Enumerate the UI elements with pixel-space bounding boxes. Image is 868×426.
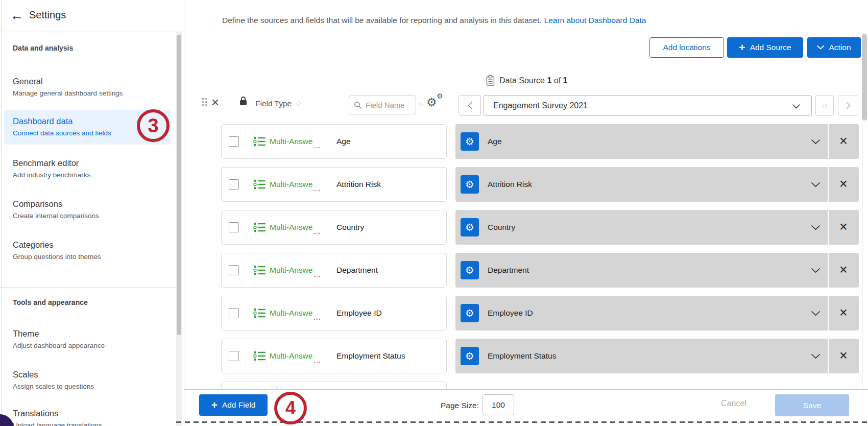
mapped-field-name: Department: [488, 266, 529, 275]
sort-field-type-icon[interactable]: ◇: [296, 99, 301, 107]
page-size-input[interactable]: [483, 394, 514, 415]
window-left-edge: [1, 0, 2, 426]
back-arrow-icon[interactable]: ←: [10, 8, 23, 23]
chevron-down-icon[interactable]: [811, 182, 820, 187]
drag-handle-icon[interactable]: [202, 98, 204, 100]
remove-field-icon[interactable]: ×: [837, 305, 850, 320]
section-heading-data-and-analysis: Data and analysis: [13, 44, 156, 52]
source-sort-button[interactable]: ◇: [815, 95, 834, 116]
clear-selection-icon[interactable]: ×: [211, 95, 219, 109]
page-size-label: Page Size:: [434, 401, 479, 410]
mapped-field-bar[interactable]: ⚙ Age ×: [455, 124, 859, 159]
field-type-ellipsis: ...: [313, 227, 321, 235]
field-type-label: Multi-Answe: [270, 309, 312, 318]
field-settings-gear-icon[interactable]: ⚙: [426, 96, 437, 109]
field-checkbox[interactable]: [229, 136, 239, 147]
remove-field-icon[interactable]: ×: [837, 262, 850, 277]
data-source-label: Data Source: [499, 76, 545, 85]
field-row-card[interactable]: Multi-Answe ... Employee ID: [221, 296, 447, 330]
sidebar-scrollbar-thumb[interactable]: [177, 35, 181, 335]
bar-divider: [828, 339, 829, 373]
field-checkbox[interactable]: [229, 265, 239, 275]
field-type-ellipsis: ...: [313, 270, 321, 278]
action-dropdown-button[interactable]: Action: [807, 37, 861, 58]
learn-about-dashboard-data-link[interactable]: Learn about Dashboard Data: [544, 16, 646, 25]
field-gear-button[interactable]: ⚙: [461, 261, 479, 279]
chevron-down-icon[interactable]: [811, 354, 820, 359]
chevron-down-icon[interactable]: [811, 311, 820, 316]
mapped-field-bar[interactable]: ⚙ Department ×: [455, 253, 859, 288]
column-header-field-type[interactable]: Field Type: [255, 99, 292, 108]
field-checkbox[interactable]: [229, 222, 239, 232]
cancel-button[interactable]: Cancel: [716, 399, 752, 408]
page-description: Define the sources and fields that will …: [222, 16, 646, 25]
sidebar-item-comparisons[interactable]: Comparisons Create internal comparisons: [4, 193, 171, 227]
chevron-down-icon[interactable]: [811, 268, 820, 273]
next-source-button[interactable]: [838, 95, 858, 116]
field-gear-button[interactable]: ⚙: [461, 218, 479, 236]
sidebar-item-benchmark-editor[interactable]: Benchmark editor Add industry benchmarks: [4, 152, 171, 186]
previous-source-button[interactable]: [459, 95, 481, 116]
add-locations-button[interactable]: Add locations: [649, 37, 724, 58]
add-source-button[interactable]: + Add Source: [727, 37, 803, 58]
sidebar-item-categories[interactable]: Categories Group questions into themes: [4, 233, 171, 268]
diamond-icon: ◇: [822, 102, 827, 109]
bar-divider: [828, 296, 829, 330]
sidebar-item-scales[interactable]: Scales Assign scales to questions: [4, 363, 171, 398]
field-gear-button[interactable]: ⚙: [461, 304, 479, 322]
action-label: Action: [829, 43, 851, 52]
field-checkbox[interactable]: [229, 351, 239, 361]
remove-field-icon[interactable]: ×: [837, 176, 850, 192]
sidebar-item-description: Create internal comparisons: [13, 212, 99, 220]
add-field-button[interactable]: + Add Field: [199, 394, 268, 416]
field-row-card[interactable]: Multi-Answe ... Age: [221, 124, 447, 159]
remove-field-icon[interactable]: ×: [837, 219, 850, 234]
mapped-field-bar[interactable]: ⚙ Employee ID ×: [455, 296, 859, 330]
section-heading-tools-and-appearance: Tools and appearance: [13, 298, 156, 306]
mapped-field-bar[interactable]: ⚙ Attrition Risk ×: [455, 167, 859, 202]
field-gear-button[interactable]: ⚙: [461, 347, 479, 365]
bottom-dashed-divider: [176, 421, 868, 423]
field-row-card[interactable]: Multi-Answe ... Attrition Risk: [221, 167, 447, 202]
sidebar-item-description: Upload language translations: [13, 421, 102, 426]
mapped-field-bar[interactable]: ⚙ Employment Status ×: [455, 339, 859, 373]
field-row-card[interactable]: Multi-Answe ... Employment Status: [221, 339, 447, 373]
data-source-select[interactable]: Engagement Survey 2021: [484, 95, 812, 116]
sidebar-item-general[interactable]: General Manage general dashboard setting…: [4, 70, 171, 105]
sort-field-name-icon[interactable]: ◇: [419, 101, 423, 107]
sidebar-item-translations[interactable]: Translations Upload language translation…: [4, 402, 171, 426]
data-source-of: of: [554, 76, 561, 85]
chevron-down-icon[interactable]: [811, 225, 820, 230]
main-scrollbar-thumb[interactable]: [862, 34, 867, 121]
data-source-selected-value: Engagement Survey 2021: [493, 101, 588, 110]
sidebar-item-description: Adjust dashboard appearance: [13, 342, 105, 349]
field-type-ellipsis: ...: [313, 184, 321, 193]
field-row-card[interactable]: Multi-Answe ... Country: [221, 210, 447, 245]
sidebar-item-theme[interactable]: Theme Adjust dashboard appearance: [4, 322, 171, 357]
save-button[interactable]: Save: [775, 394, 849, 416]
mapped-field-name: Country: [488, 223, 515, 232]
field-type-ellipsis: ...: [313, 356, 321, 364]
sidebar-item-label: Dashboard data: [13, 116, 73, 126]
field-row-card[interactable]: Multi-Answe ... Department: [221, 253, 447, 288]
field-type-ellipsis: ...: [313, 141, 321, 150]
annotation-step-4-number: 4: [285, 397, 296, 419]
field-name-search-input[interactable]: [366, 96, 415, 114]
field-type-label: Multi-Answe: [270, 266, 312, 275]
field-checkbox[interactable]: [229, 308, 239, 318]
sidebar-item-description: Assign scales to questions: [13, 383, 94, 390]
mapped-field-name: Employment Status: [488, 351, 556, 361]
field-gear-button[interactable]: ⚙: [461, 175, 479, 194]
chevron-left-icon: [468, 102, 472, 109]
mapped-field-bar[interactable]: ⚙ Country ×: [455, 210, 859, 245]
field-gear-button[interactable]: ⚙: [461, 132, 479, 151]
chevron-down-icon: [792, 104, 800, 109]
clipboard-icon: [486, 75, 495, 86]
plus-icon: +: [211, 400, 218, 410]
annotation-step-4: 4: [274, 392, 307, 424]
field-checkbox[interactable]: [229, 179, 239, 190]
add-locations-label: Add locations: [663, 43, 710, 52]
chevron-down-icon[interactable]: [811, 139, 820, 145]
remove-field-icon[interactable]: ×: [837, 133, 850, 149]
remove-field-icon[interactable]: ×: [837, 348, 850, 363]
